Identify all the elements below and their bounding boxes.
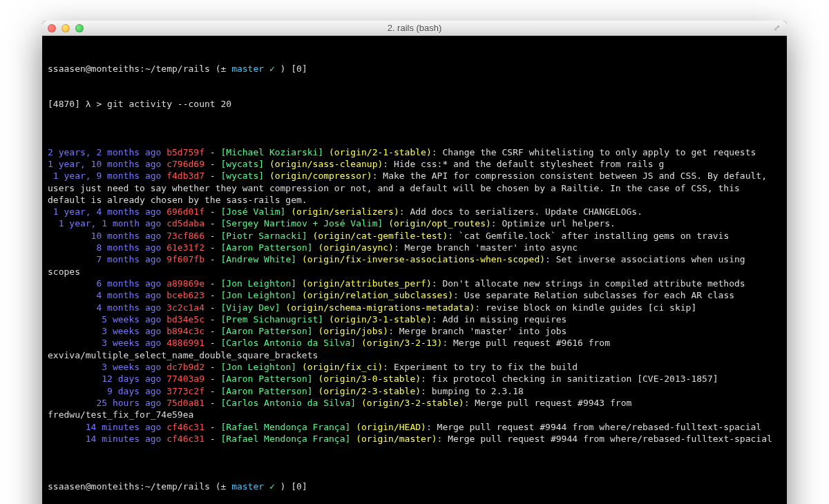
commit-author: [Aaron Patterson] (220, 374, 312, 384)
git-activity-row: 14 minutes ago cf46c31 - [Rafael Mendonç… (48, 421, 781, 433)
commit-age: 25 hours ago (48, 398, 161, 408)
separator: - (204, 434, 220, 444)
git-activity-row: 4 months ago bceb623 - [Jon Leighton] (o… (48, 289, 781, 301)
zoom-icon[interactable] (75, 24, 84, 32)
minimize-icon[interactable] (61, 24, 70, 32)
commit-age: 9 days ago (48, 386, 161, 396)
commit-age: 1 year, 10 months ago (48, 159, 161, 169)
separator: - (204, 278, 220, 289)
commit-branch: (origin/opt_routes) (388, 218, 491, 229)
command-text: git activity --count 20 (107, 99, 231, 109)
resize-icon[interactable]: ⤢ (772, 23, 781, 33)
commit-author: [Andrew White] (220, 254, 296, 264)
commit-message: : Merge branch 'master' into async (394, 242, 578, 253)
commit-author: [Aaron Patterson] (220, 242, 312, 253)
prompt-check-icon: ✓ (269, 481, 275, 492)
git-activity-row: 3 weeks ago b894c3c - [Aaron Patterson] … (48, 325, 781, 337)
separator: - (204, 374, 220, 384)
separator: - (204, 242, 220, 253)
git-activity-row: 10 months ago 73cf866 - [Piotr Sarnacki]… (48, 230, 781, 242)
commit-branch: (origin/3-1-stable) (329, 314, 432, 324)
commit-hash: 77403a9 (166, 374, 204, 384)
commit-hash: 73cf866 (166, 231, 204, 241)
command-line-1: [4870] λ > git activity --count 20 (48, 98, 781, 110)
separator: - (204, 159, 220, 169)
commit-message: : bumping to 2.3.18 (421, 386, 524, 396)
prompt-check-icon: ✓ (269, 64, 275, 74)
commit-message: : Merge pull request #9944 from where/re… (437, 434, 772, 444)
commit-message: : Add docs to serializers. Update CHANGE… (399, 206, 642, 217)
commit-author: [Jon Leighton] (220, 362, 296, 372)
git-activity-row: 3 weeks ago 4886991 - [Carlos Antonio da… (48, 337, 781, 361)
commit-message: : Merge pull request #9944 from where/re… (426, 422, 761, 432)
git-activity-row: 3 weeks ago dc7b9d2 - [Jon Leighton] (or… (48, 361, 781, 373)
window-controls (48, 24, 84, 32)
commit-author: [Prem Sichanugrist] (220, 314, 323, 324)
commit-hash: a89869e (166, 278, 204, 289)
commit-age: 6 months ago (48, 278, 161, 289)
commit-author: [Carlos Antonio da Silva] (220, 338, 356, 348)
commit-branch: (origin/async) (318, 242, 394, 253)
prompt-lambda: [4870] λ > (48, 99, 107, 109)
commit-branch: (origin/master) (356, 434, 437, 444)
commit-hash: bceb623 (166, 290, 204, 300)
git-activity-row: 7 months ago 9f607fb - [Andrew White] (o… (48, 253, 781, 278)
commit-branch: (origin/relation_subclasses) (302, 290, 453, 300)
prompt-line-2: ssaasen@monteiths:~/temp/rails (± master… (48, 481, 781, 492)
commit-author: [wycats] (220, 171, 264, 181)
git-activity-row: 1 year, 4 months ago 696d01f - [José Val… (48, 206, 781, 217)
git-activity-row: 2 years, 2 months ago b5d759f - [Michael… (48, 146, 781, 158)
git-activity-output: 2 years, 2 months ago b5d759f - [Michael… (48, 146, 781, 445)
commit-branch: (origin/sass-cleanup) (269, 159, 383, 169)
commit-hash: 3773c2f (166, 386, 204, 396)
commit-age: 1 year, 9 months ago (48, 171, 161, 181)
commit-hash: cf46c31 (166, 434, 204, 444)
git-activity-row: 14 minutes ago cf46c31 - [Rafael Mendonç… (48, 433, 781, 445)
commit-hash: 3c2c1a4 (166, 302, 204, 313)
commit-message: : Add in missing requires (432, 314, 567, 324)
separator: - (204, 206, 220, 217)
commit-hash: 9f607fb (166, 254, 204, 264)
prompt-host: ssaasen@monteiths:~/temp/rails (48, 64, 210, 74)
separator: - (204, 218, 220, 229)
commit-author: [Rafael Mendonça França] (220, 434, 350, 444)
commit-hash: 4886991 (166, 338, 204, 348)
commit-author: [Aaron Patterson] (220, 386, 312, 396)
commit-message: : Experiment to try to fix the build (383, 362, 578, 372)
commit-hash: 696d01f (166, 206, 204, 217)
git-activity-row: 12 days ago 77403a9 - [Aaron Patterson] … (48, 373, 781, 385)
close-icon[interactable] (48, 24, 56, 32)
commit-author: [Michael Koziarski] (220, 147, 323, 157)
commit-age: 1 year, 1 month ago (48, 218, 161, 229)
git-activity-row: 8 months ago 61e31f2 - [Aaron Patterson]… (48, 242, 781, 253)
commit-author: [Jon Leighton] (220, 278, 296, 289)
separator: - (204, 314, 220, 324)
commit-branch: (origin/fix-inverse-associations-when-sc… (302, 254, 545, 264)
commit-branch: (origin/compressor) (269, 171, 372, 181)
commit-branch: (origin/3-2-13) (361, 338, 442, 348)
commit-branch: (origin/3-0-stable) (318, 374, 421, 384)
commit-branch: (origin/2-1-stable) (329, 147, 432, 157)
commit-hash: cd5daba (166, 218, 204, 229)
commit-author: [Vijay Dev] (220, 302, 280, 313)
commit-branch: (origin/HEAD) (356, 422, 426, 432)
commit-message: : `cat Gemfile.lock` after installing ge… (448, 231, 729, 241)
separator: - (204, 362, 220, 372)
commit-message: : Don't allocate new strings in compiled… (432, 278, 745, 289)
commit-hash: 61e31f2 (166, 242, 204, 253)
terminal-body[interactable]: ssaasen@monteiths:~/temp/rails (± master… (42, 36, 787, 504)
commit-age: 2 years, 2 months ago (48, 147, 161, 157)
commit-hash: 75d0a81 (166, 398, 204, 408)
prompt-status: [0] (291, 64, 307, 74)
separator: - (204, 338, 220, 348)
commit-age: 10 months ago (48, 231, 161, 241)
git-activity-row: 6 months ago a89869e - [Jon Leighton] (o… (48, 278, 781, 289)
commit-message: : fix protocol checking in sanitization … (421, 374, 718, 384)
git-activity-row: 5 weeks ago bd34e5c - [Prem Sichanugrist… (48, 313, 781, 325)
commit-author: [Piotr Sarnacki] (220, 231, 307, 241)
commit-author: [wycats] (220, 159, 264, 169)
separator: - (204, 254, 220, 264)
title-bar[interactable]: 2. rails (bash) ⤢ (42, 21, 787, 36)
commit-age: 7 months ago (48, 254, 161, 264)
commit-author: [Aaron Patterson] (220, 326, 312, 336)
